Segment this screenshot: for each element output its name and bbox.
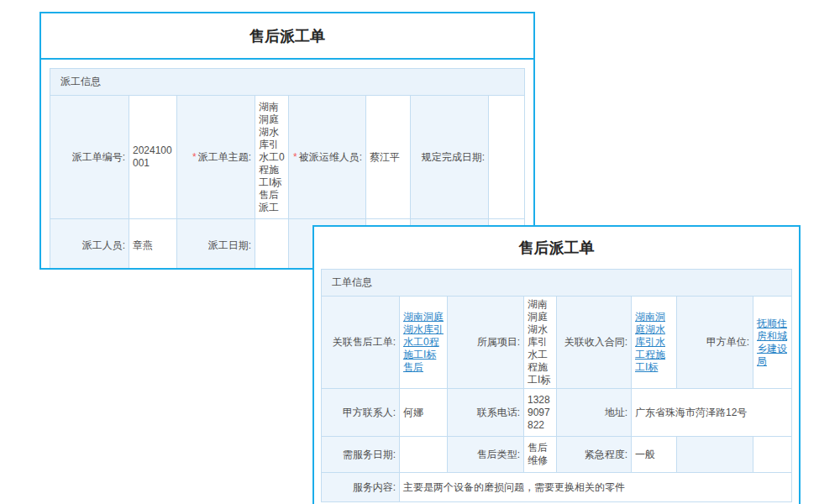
table-row: 需服务日期: 售后类型: 售后维修 紧急程度: 一般 (322, 437, 792, 473)
related-income-contract-link[interactable]: 湖南洞庭湖水库引水工程施工I标 (635, 311, 665, 373)
table-row: 关联售后工单: 湖南洞庭湖水库引水工0程施工I标售后 所属项目: 湖南洞庭湖水库… (322, 297, 792, 389)
table-row: 服务内容: 主要是两个设备的磨损问题，需要更换相关的零件 (322, 473, 792, 502)
page-title: 售后派工单 (314, 227, 799, 269)
field-label-required-finish-date: 规定完成日期: (411, 96, 489, 219)
page-title: 售后派工单 (41, 13, 533, 60)
field-value-address: 广东省珠海市菏泽路12号 (632, 389, 792, 437)
field-value-project: 湖南洞庭湖水库引水工程施工I标 (524, 297, 557, 389)
related-aftersales-order-link[interactable]: 湖南洞庭湖水库引水工0程施工I标售后 (403, 311, 444, 373)
field-label-dispatch-subject: *派工单主题: (177, 96, 255, 219)
field-label-dispatcher: 派工人员: (50, 219, 129, 270)
field-label-address: 地址: (557, 389, 632, 437)
required-asterisk: * (293, 151, 297, 163)
field-value-dispatch-subject: 湖南洞庭湖水库引水工0程施工I标售后派工 (255, 96, 289, 219)
field-value-urgency: 一般 (632, 437, 677, 473)
field-value-phone: 13289097822 (524, 389, 557, 437)
section-header-dispatch-info: 派工信息 (50, 68, 525, 96)
field-label-client-unit: 甲方单位: (677, 297, 753, 389)
field-value-required-finish-date (489, 96, 525, 219)
field-value-dispatch-no: 2024100001 (129, 96, 177, 219)
field-label-assigned-staff: *被派运维人员: (289, 96, 366, 219)
workorder-info-table: 关联售后工单: 湖南洞庭湖水库引水工0程施工I标售后 所属项目: 湖南洞庭湖水库… (321, 296, 792, 502)
field-label-related-income-contract: 关联收入合同: (557, 297, 632, 389)
field-label-service-content: 服务内容: (322, 473, 400, 502)
field-label-dispatch-date: 派工日期: (177, 219, 255, 270)
field-label-urgency: 紧急程度: (557, 437, 632, 473)
field-value-related-aftersales-order: 湖南洞庭湖水库引水工0程施工I标售后 (400, 297, 448, 389)
field-value-client-unit: 抚顺住房和城乡建设局 (753, 297, 792, 389)
field-value-service-content: 主要是两个设备的磨损问题，需要更换相关的零件 (400, 473, 792, 502)
field-label-related-aftersales-order: 关联售后工单: (322, 297, 400, 389)
field-value-empty (753, 437, 792, 473)
table-row: 甲方联系人: 何娜 联系电话: 13289097822 地址: 广东省珠海市菏泽… (322, 389, 792, 437)
field-label-phone: 联系电话: (448, 389, 524, 437)
workorder-content: 工单信息 关联售后工单: 湖南洞庭湖水库引水工0程施工I标售后 所属项目: 湖南… (314, 269, 799, 504)
field-value-client-contact: 何娜 (400, 389, 448, 437)
field-value-related-income-contract: 湖南洞庭湖水库引水工程施工I标 (632, 297, 677, 389)
field-label-aftersales-type: 售后类型: (448, 437, 524, 473)
field-value-assigned-staff: 蔡江平 (366, 96, 411, 219)
field-label-service-date: 需服务日期: (322, 437, 400, 473)
field-label-project: 所属项目: (448, 297, 524, 389)
field-label-dispatch-no: 派工单编号: (50, 96, 129, 219)
section-header-workorder-info: 工单信息 (321, 269, 792, 297)
field-label-client-contact: 甲方联系人: (322, 389, 400, 437)
field-value-dispatcher: 章燕 (129, 219, 177, 270)
field-value-dispatch-date (255, 219, 289, 270)
field-value-service-date (400, 437, 448, 473)
table-row: 派工单编号: 2024100001 *派工单主题: 湖南洞庭湖水库引水工0程施工… (50, 96, 525, 219)
workorder-window: 售后派工单 工单信息 关联售后工单: 湖南洞庭湖水库引水工0程施工I标售后 所属… (312, 225, 801, 504)
field-value-aftersales-type: 售后维修 (524, 437, 557, 473)
client-unit-link[interactable]: 抚顺住房和城乡建设局 (757, 318, 787, 367)
required-asterisk: * (192, 151, 197, 163)
field-label-empty (677, 437, 753, 473)
